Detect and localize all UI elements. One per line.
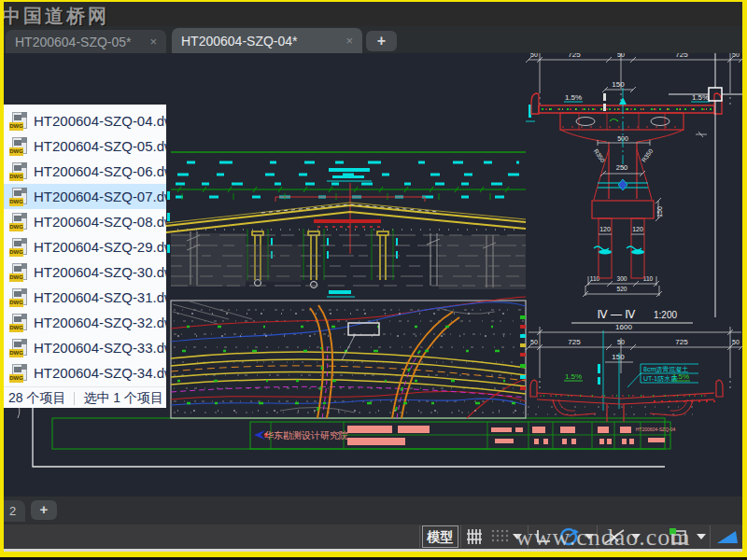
grid-display-icon[interactable]: [465, 527, 486, 546]
svg-text:1.5%: 1.5%: [565, 93, 582, 102]
bottom-watermark: www.cndao.com: [515, 524, 690, 552]
title-block: 华东勘测设计研究院 HT200604-SZQ-04: [254, 422, 675, 449]
tab-close-icon[interactable]: ×: [345, 34, 353, 48]
svg-text:UT-1防水层: UT-1防水层: [643, 375, 677, 383]
file-row[interactable]: DWG HT200604-SZQ-31.dwg: [4, 285, 166, 310]
svg-text:1:200: 1:200: [654, 310, 677, 320]
svg-text:300: 300: [617, 275, 627, 282]
app-window: { "frame": { "top_watermark": "中国道桥网", "…: [0, 0, 747, 560]
company-name: 华东勘测设计研究院: [264, 430, 348, 441]
lineweight-icon[interactable]: [715, 527, 741, 546]
dwg-file-icon: DWG: [9, 137, 28, 156]
tab-szq-05[interactable]: HT200604-SZQ-05* ×: [6, 30, 166, 53]
file-row[interactable]: DWG HT200604-SZQ-06.dwg: [4, 159, 166, 184]
file-row[interactable]: DWG HT200604-SZQ-05.dwg: [4, 133, 166, 159]
svg-text:150: 150: [612, 80, 625, 89]
svg-text:120: 120: [632, 226, 643, 232]
svg-text:50: 50: [530, 339, 538, 345]
dwg-file-icon: DWG: [9, 162, 28, 181]
svg-text:R350: R350: [641, 147, 655, 163]
tab-close-icon[interactable]: ×: [149, 35, 157, 49]
dwg-file-icon: DWG: [9, 314, 28, 332]
file-row[interactable]: DWG HT200604-SZQ-04.dwg: [4, 108, 166, 133]
svg-text:50: 50: [732, 339, 740, 345]
svg-text:Ⅳ — Ⅳ: Ⅳ — Ⅳ: [598, 308, 636, 321]
svg-text:150: 150: [656, 206, 663, 217]
explorer-status-bar: 28 个项目 选中 1 个项目: [4, 386, 166, 408]
drawing-number: HT200604-SZQ-04: [636, 427, 676, 432]
svg-text:150: 150: [612, 353, 625, 361]
svg-text:50: 50: [617, 339, 625, 345]
frame-border-top: [0, 0, 747, 2]
frame-border-right: [742, 0, 747, 560]
svg-text:R350: R350: [593, 147, 607, 163]
svg-text:1.5%: 1.5%: [565, 372, 582, 381]
dwg-file-icon: DWG: [9, 339, 28, 357]
cross-section-top: 1600 50 725 50 725 50 150 1.5% 1.5% 500 …: [526, 37, 744, 200]
file-row[interactable]: DWG HT200604-SZQ-32.dwg: [4, 310, 166, 335]
otrack-dropdown-icon[interactable]: [697, 534, 706, 539]
snap-mode-icon[interactable]: [489, 527, 510, 546]
model-space-button[interactable]: 模型: [422, 525, 458, 548]
dwg-file-icon: DWG: [9, 213, 28, 231]
file-row-selected[interactable]: DWG HT200604-SZQ-07.dwg: [4, 184, 166, 209]
svg-text:520: 520: [617, 286, 627, 292]
sheet-border: [33, 408, 665, 467]
dwg-file-icon: DWG: [9, 263, 28, 282]
elevation-view: [166, 162, 526, 289]
svg-text:250: 250: [616, 163, 628, 172]
tab-label: HT200604-SZQ-05*: [15, 35, 132, 49]
file-row[interactable]: DWG HT200604-SZQ-30.dwg: [4, 259, 166, 285]
document-tab-bar: HT200604-SZQ-05* × HT200604-SZQ-04* × +: [0, 26, 747, 53]
layout-tab-strip: 2 +: [0, 497, 747, 525]
file-row[interactable]: DWG HT200604-SZQ-33.dwg: [4, 335, 166, 360]
file-row[interactable]: DWG HT200604-SZQ-08.dwg: [4, 209, 166, 234]
svg-text:8cm沥青混凝土: 8cm沥青混凝土: [643, 366, 688, 373]
layout-tab[interactable]: 2: [0, 500, 25, 522]
svg-text:1600: 1600: [615, 323, 632, 331]
frame-border-left: [0, 0, 4, 560]
new-tab-button[interactable]: +: [366, 31, 397, 51]
dwg-file-icon: DWG: [9, 364, 28, 383]
svg-text:725: 725: [675, 338, 688, 346]
item-count: 28 个项目: [8, 390, 65, 407]
status-divider: [74, 392, 75, 405]
svg-text:120: 120: [599, 226, 611, 232]
file-row[interactable]: DWG HT200604-SZQ-34.dwg: [4, 360, 166, 385]
plan-view: [171, 290, 719, 418]
new-layout-button[interactable]: +: [31, 500, 57, 520]
pier-section: 250 120 120 110 300 110 520 150 Ⅳ — Ⅳ: [571, 163, 693, 323]
title-bar: 中国道桥网: [0, 2, 747, 26]
cross-section-bottom: 1600 50 725 50 725 50 150 1.5% 1.5% 8cm沥…: [526, 323, 744, 422]
file-explorer-panel: DWG HT200604-SZQ-04.dwg DWG HT200604-SZQ…: [4, 105, 166, 408]
dwg-file-icon: DWG: [9, 188, 28, 206]
svg-text:725: 725: [568, 338, 581, 346]
dwg-file-icon: DWG: [9, 288, 28, 307]
dwg-file-icon: DWG: [9, 238, 28, 257]
selection-count: 选中 1 个项目: [83, 390, 163, 407]
dwg-file-icon: DWG: [9, 112, 28, 131]
tab-szq-04[interactable]: HT200604-SZQ-04* ×: [172, 28, 362, 53]
tab-label: HT200604-SZQ-04*: [181, 34, 298, 49]
top-watermark: 中国道桥网: [2, 4, 109, 29]
file-row[interactable]: DWG HT200604-SZQ-29.dwg: [4, 234, 166, 259]
